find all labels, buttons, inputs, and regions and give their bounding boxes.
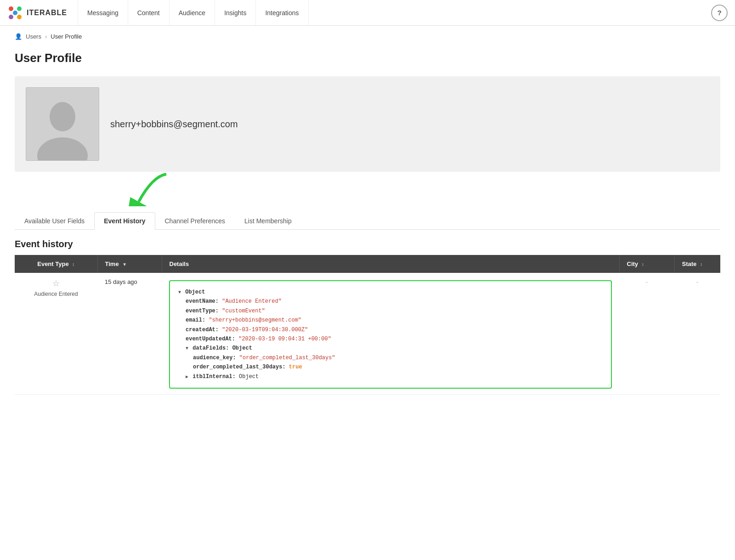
star-icon[interactable]: ☆ xyxy=(22,278,90,288)
json-line-datafields: ▼ dataFields: Object xyxy=(178,344,603,353)
col-city[interactable]: City ↕ xyxy=(619,255,674,273)
nav-content[interactable]: Content xyxy=(128,0,170,25)
col-event-type[interactable]: Event Type ↕ xyxy=(15,255,97,273)
json-val-order-completed: true xyxy=(289,364,302,370)
col-state[interactable]: State ↕ xyxy=(674,255,720,273)
sort-state: ↕ xyxy=(700,262,702,267)
json-line-eventname: eventName: "Audience Entered" xyxy=(178,297,603,306)
nav-insights[interactable]: Insights xyxy=(215,0,256,25)
json-line-createdat: createdAt: "2020-03-19T09:04:30.000Z" xyxy=(178,325,603,334)
col-time[interactable]: Time ▼ xyxy=(97,255,162,273)
tabs-list: Available User Fields Event History Chan… xyxy=(15,212,720,229)
tabs-section: Available User Fields Event History Chan… xyxy=(15,209,720,230)
details-cell: ▼ Object eventName: "Audience Entered" e… xyxy=(162,273,619,394)
sort-time: ▼ xyxy=(122,262,127,267)
json-object-root: ▼ Object xyxy=(178,288,603,297)
json-line-audience-key: audience_key: "order_completed_last_30da… xyxy=(178,353,603,362)
tab-list-membership[interactable]: List Membership xyxy=(235,212,301,230)
page-title: User Profile xyxy=(0,47,735,76)
avatar xyxy=(26,87,99,161)
triangle-datafields: ▼ xyxy=(186,346,188,351)
sort-event-type: ↕ xyxy=(72,262,74,267)
breadcrumb-current: User Profile xyxy=(51,33,82,40)
breadcrumb: 👤 Users › User Profile xyxy=(0,26,735,47)
help-button[interactable]: ? xyxy=(711,5,728,21)
json-line-eventtype: eventType: "customEvent" xyxy=(178,306,603,316)
user-email: sherry+bobbins@segment.com xyxy=(110,119,238,130)
arrow-icon xyxy=(125,172,180,206)
json-line-eventupdatedat: eventUpdatedAt: "2020-03-19 09:04:31 +00… xyxy=(178,334,603,344)
triangle-object: ▼ xyxy=(178,290,181,295)
email-text: sherry+bobbins@segment.com xyxy=(110,119,238,129)
json-val-eventupdatedat: "2020-03-19 09:04:31 +00:00" xyxy=(238,336,331,342)
nav-integrations[interactable]: Integrations xyxy=(255,0,308,25)
svg-point-1 xyxy=(17,6,22,11)
table-row: ☆ Audience Entered 15 days ago ▼ Object … xyxy=(15,273,720,394)
profile-section: sherry+bobbins@segment.com xyxy=(15,76,720,172)
svg-point-0 xyxy=(9,6,13,11)
time-cell: 15 days ago xyxy=(97,273,162,394)
tab-available-user-fields[interactable]: Available User Fields xyxy=(15,212,94,230)
json-val-eventname: "Audience Entered" xyxy=(222,298,282,305)
json-val-email: "sherry+bobbins@segment.com" xyxy=(209,317,301,323)
table-header-row: Event Type ↕ Time ▼ Details City ↕ State… xyxy=(15,255,720,273)
tab-channel-preferences[interactable]: Channel Preferences xyxy=(155,212,235,230)
json-val-eventtype: "customEvent" xyxy=(222,308,265,314)
breadcrumb-users-link[interactable]: Users xyxy=(26,33,41,40)
arrow-container xyxy=(15,172,720,209)
nav-messaging[interactable]: Messaging xyxy=(78,0,128,25)
nav-links: Messaging Content Audience Insights Inte… xyxy=(78,0,309,25)
json-line-order-completed: order_completed_last_30days: true xyxy=(178,362,603,372)
section-title: Event history xyxy=(0,230,735,255)
logo-area: ITERABLE xyxy=(7,5,67,21)
event-type-label: Audience Entered xyxy=(34,291,78,297)
breadcrumb-separator: › xyxy=(45,33,47,40)
col-details: Details xyxy=(162,255,619,273)
svg-point-3 xyxy=(9,15,13,19)
users-icon: 👤 xyxy=(15,33,22,40)
svg-point-4 xyxy=(17,15,22,19)
top-nav: ITERABLE Messaging Content Audience Insi… xyxy=(0,0,735,26)
nav-audience[interactable]: Audience xyxy=(169,0,215,25)
svg-point-6 xyxy=(37,137,88,160)
svg-point-2 xyxy=(13,11,17,15)
event-type-cell: ☆ Audience Entered xyxy=(15,273,97,394)
json-val-createdat: "2020-03-19T09:04:30.000Z" xyxy=(222,327,308,333)
triangle-itbl: ▶ xyxy=(186,374,188,379)
logo-text: ITERABLE xyxy=(27,9,67,17)
json-val-audience-key: "order_completed_last_30days" xyxy=(239,355,335,361)
tab-event-history[interactable]: Event History xyxy=(94,212,155,230)
avatar-silhouette xyxy=(35,96,90,160)
logo-icon xyxy=(7,5,23,21)
details-box: ▼ Object eventName: "Audience Entered" e… xyxy=(169,280,612,389)
city-cell: - xyxy=(619,273,674,394)
svg-point-5 xyxy=(50,102,75,131)
json-line-email: email: "sherry+bobbins@segment.com" xyxy=(178,316,603,325)
state-cell: - xyxy=(674,273,720,394)
event-table: Event Type ↕ Time ▼ Details City ↕ State… xyxy=(15,255,720,395)
sort-city: ↕ xyxy=(642,262,644,267)
json-line-itblinternal: ▶ itblInternal: Object xyxy=(178,372,603,381)
